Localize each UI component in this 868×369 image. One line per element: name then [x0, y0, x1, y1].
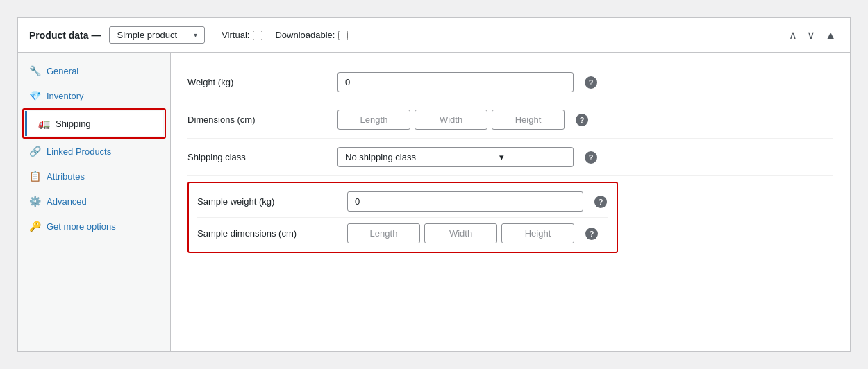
sample-weight-label: Sample weight (kg): [197, 196, 336, 207]
weight-help-icon[interactable]: ?: [585, 76, 597, 89]
sidebar-item-shipping-label: Shipping: [56, 119, 91, 129]
sample-dimensions-help-icon[interactable]: ?: [585, 228, 598, 240]
sample-weight-row: Sample weight (kg) ?: [197, 189, 608, 218]
shipping-content: Weight (kg) ? Dimensions (cm) ? Shipping…: [171, 53, 850, 351]
sample-weight-help-icon[interactable]: ?: [594, 196, 607, 208]
sample-dimensions-row: Sample dimensions (cm) ?: [197, 218, 608, 246]
attributes-icon: 📋: [29, 171, 41, 182]
shipping-class-value: No shipping class: [345, 152, 416, 162]
virtual-checkbox[interactable]: [253, 31, 262, 40]
advanced-icon: ⚙️: [29, 196, 41, 207]
weight-row: Weight (kg) ?: [187, 64, 833, 101]
expand-button[interactable]: ▲: [822, 27, 839, 43]
shipping-class-label: Shipping class: [187, 152, 326, 162]
dim-inputs: [337, 110, 565, 130]
downloadable-group: Downloadable:: [275, 30, 348, 40]
virtual-group: Virtual:: [222, 30, 262, 40]
collapse-down-button[interactable]: ∨: [804, 27, 818, 43]
sample-width-input[interactable]: [424, 223, 497, 243]
dimensions-label: Dimensions (cm): [187, 114, 326, 125]
shipping-class-chevron: ▾: [499, 152, 504, 162]
get-more-options-icon: 🔑: [29, 221, 41, 232]
downloadable-label: Downloadable:: [275, 30, 335, 40]
chevron-down-icon: ▾: [194, 31, 197, 39]
sample-dimensions-label: Sample dimensions (cm): [197, 228, 336, 239]
sample-dim-inputs: [347, 223, 574, 243]
panel-controls: ∧ ∨ ▲: [786, 27, 839, 43]
sample-height-input[interactable]: [501, 223, 574, 243]
height-input[interactable]: [492, 110, 565, 130]
panel-title: Product data —: [29, 30, 101, 41]
sample-length-input[interactable]: [347, 223, 420, 243]
sidebar-item-inventory[interactable]: 💎 Inventory: [18, 83, 170, 108]
sidebar-item-get-more-options-label: Get more options: [47, 221, 116, 232]
product-type-label: Simple product: [117, 30, 177, 40]
width-input[interactable]: [415, 110, 487, 130]
sidebar-item-shipping[interactable]: 🚛 Shipping: [25, 111, 163, 136]
sidebar-item-general-label: General: [47, 66, 78, 76]
shipping-class-row: Shipping class No shipping class ▾ ?: [187, 139, 833, 176]
product-data-panel: Product data — Simple product ▾ Virtual:…: [17, 17, 851, 352]
sidebar-item-linked-products-label: Linked Products: [47, 146, 111, 157]
weight-label: Weight (kg): [187, 77, 326, 87]
sidebar-item-inventory-label: Inventory: [47, 91, 83, 101]
sidebar-item-advanced-label: Advanced: [47, 196, 87, 207]
inventory-icon: 💎: [29, 90, 41, 101]
shipping-class-help-icon[interactable]: ?: [585, 151, 597, 164]
sidebar-item-advanced[interactable]: ⚙️ Advanced: [18, 189, 170, 214]
virtual-label: Virtual:: [222, 30, 249, 40]
sidebar-item-general[interactable]: 🔧 General: [18, 58, 170, 83]
general-icon: 🔧: [29, 65, 41, 76]
shipping-class-select[interactable]: No shipping class ▾: [337, 147, 574, 167]
panel-header: Product data — Simple product ▾ Virtual:…: [18, 18, 850, 53]
sidebar: 🔧 General 💎 Inventory 🚛 Shipping 🔗 Linke…: [18, 53, 171, 351]
shipping-icon: 🚛: [38, 118, 50, 129]
downloadable-checkbox[interactable]: [338, 31, 348, 40]
sample-box: Sample weight (kg) ? Sample dimensions (…: [187, 182, 618, 253]
length-input[interactable]: [337, 110, 410, 130]
collapse-up-button[interactable]: ∧: [786, 27, 800, 43]
virtual-downloadable-group: Virtual: Downloadable:: [222, 30, 348, 40]
product-type-select[interactable]: Simple product ▾: [109, 26, 205, 44]
sample-weight-input[interactable]: [347, 191, 583, 212]
linked-products-icon: 🔗: [29, 146, 41, 157]
sidebar-item-attributes-label: Attributes: [47, 171, 85, 182]
weight-input[interactable]: [337, 72, 574, 92]
sidebar-item-get-more-options[interactable]: 🔑 Get more options: [18, 214, 170, 239]
panel-body: 🔧 General 💎 Inventory 🚛 Shipping 🔗 Linke…: [18, 53, 850, 351]
dimensions-help-icon[interactable]: ?: [576, 114, 588, 126]
sidebar-item-linked-products[interactable]: 🔗 Linked Products: [18, 139, 170, 164]
sidebar-item-attributes[interactable]: 📋 Attributes: [18, 164, 170, 189]
dimensions-row: Dimensions (cm) ?: [187, 101, 833, 139]
